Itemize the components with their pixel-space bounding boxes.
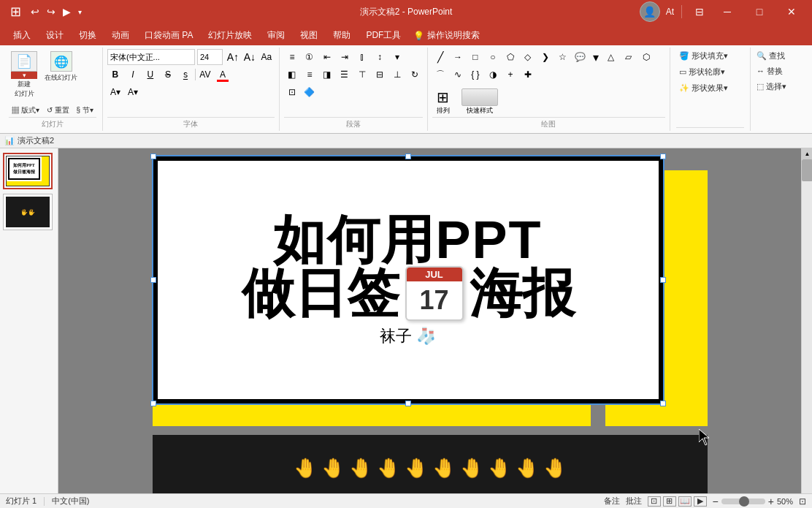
- tab-pdf[interactable]: PDF工具: [359, 26, 408, 45]
- comments-btn[interactable]: 批注: [626, 496, 642, 507]
- arrow-shape[interactable]: →: [450, 49, 466, 65]
- strikethrough-button[interactable]: S: [160, 67, 176, 83]
- select-btn[interactable]: ⬚ 选择▾: [754, 80, 806, 94]
- shape-effect-btn[interactable]: ✨ 形状效果▾: [676, 81, 744, 95]
- curve-shape[interactable]: ⌒: [432, 67, 448, 83]
- decrease-font-btn[interactable]: A↓: [242, 49, 258, 65]
- smartart-btn[interactable]: 🔷: [302, 84, 318, 100]
- zoom-out-btn[interactable]: −: [713, 496, 719, 507]
- align-left-btn[interactable]: ◧: [284, 67, 300, 83]
- tab-design[interactable]: 设计: [39, 26, 71, 45]
- shadow-button[interactable]: s̲: [177, 67, 194, 83]
- align-middle-btn[interactable]: ⊟: [372, 67, 388, 83]
- half-circle-shape[interactable]: ◑: [485, 67, 501, 83]
- line-shape[interactable]: ╱: [432, 49, 448, 65]
- zoom-handle[interactable]: [739, 496, 749, 507]
- scroll-up-btn[interactable]: ▲: [802, 148, 812, 159]
- down-arrow-icon[interactable]: ▾: [76, 7, 84, 18]
- new-slide-button[interactable]: 📄 ▾ 新建 幻灯片: [9, 49, 39, 101]
- tab-help[interactable]: 帮助: [326, 26, 358, 45]
- redo-icon[interactable]: ↪: [45, 4, 58, 19]
- align-right-btn[interactable]: ◨: [319, 67, 335, 83]
- search-bar[interactable]: 💡 操作说明搜索: [409, 26, 484, 45]
- shape-outline-btn[interactable]: ▭ 形状轮廓▾: [676, 65, 744, 79]
- clear-format-btn[interactable]: Aa: [258, 49, 275, 65]
- line-spacing-btn[interactable]: ↕: [372, 49, 388, 65]
- scroll-thumb[interactable]: [802, 159, 812, 181]
- cross-shape[interactable]: ✚: [520, 67, 536, 83]
- maximize-button[interactable]: □: [745, 1, 774, 22]
- bold-button[interactable]: B: [107, 67, 123, 83]
- more-shapes-btn[interactable]: ▾: [590, 49, 602, 65]
- circle-shape[interactable]: ○: [485, 49, 501, 65]
- align-bottom-btn[interactable]: ⊥: [389, 67, 405, 83]
- chevron-shape[interactable]: ❯: [537, 49, 554, 65]
- window-icon-btn[interactable]: ⊟: [689, 4, 710, 19]
- highlight-button[interactable]: A▾: [125, 84, 141, 100]
- bullet-list-btn[interactable]: ≡: [284, 49, 300, 65]
- slide-editor[interactable]: 如何用PPT 做日签 JUL 17 海报 袜子 🧦: [153, 156, 708, 426]
- cylinder-shape[interactable]: ⬡: [638, 49, 654, 65]
- arrange-button[interactable]: ⊞ 排列: [432, 87, 454, 117]
- wavy-shape[interactable]: ∿: [450, 67, 466, 83]
- undo-icon[interactable]: ↩: [28, 4, 42, 19]
- columns-btn2[interactable]: ⊡: [284, 84, 300, 100]
- tab-pa[interactable]: 口袋动画 PA: [137, 26, 200, 45]
- parallelogram-shape[interactable]: ▱: [621, 49, 637, 65]
- close-button[interactable]: ✕: [777, 1, 806, 22]
- italic-button[interactable]: I: [125, 67, 141, 83]
- underline-button[interactable]: U: [142, 67, 158, 83]
- slideshow-btn[interactable]: ▶: [694, 496, 707, 507]
- increase-font-btn[interactable]: A↑: [225, 49, 241, 65]
- tab-transition[interactable]: 切换: [72, 26, 104, 45]
- slide-sorter-btn[interactable]: ⊞: [663, 496, 676, 507]
- tab-slideshow[interactable]: 幻灯片放映: [201, 26, 259, 45]
- char-spacing-button[interactable]: AV: [197, 67, 213, 83]
- star-shape[interactable]: ☆: [555, 49, 571, 65]
- replace-btn[interactable]: ↔ 替换: [754, 64, 806, 78]
- diamond-shape[interactable]: ◇: [520, 49, 536, 65]
- user-avatar[interactable]: 👤: [640, 1, 660, 22]
- slide-1-thumbnail[interactable]: 如何用PPT 做日签海报: [3, 153, 53, 189]
- align-center-btn[interactable]: ≡: [302, 67, 318, 83]
- triangle-shape[interactable]: △: [603, 49, 619, 65]
- rect-shape[interactable]: □: [467, 49, 483, 65]
- tab-animation[interactable]: 动画: [104, 26, 137, 45]
- reset-button[interactable]: ↺ 重置: [44, 104, 72, 117]
- slide-content-box[interactable]: 如何用PPT 做日签 JUL 17 海报 袜子 🧦: [153, 156, 664, 404]
- reading-view-btn[interactable]: 📖: [678, 496, 692, 507]
- font-size-input[interactable]: [197, 49, 223, 65]
- zoom-slider[interactable]: [721, 498, 765, 504]
- layout-button[interactable]: ▦ 版式▾: [9, 104, 42, 117]
- plus-shape[interactable]: +: [502, 67, 518, 83]
- font-color-2-button[interactable]: A▾: [107, 84, 123, 100]
- more-para-btn[interactable]: ▾: [389, 49, 405, 65]
- justify-btn[interactable]: ☰: [337, 67, 353, 83]
- pentagon-shape[interactable]: ⬠: [502, 49, 518, 65]
- notes-btn[interactable]: 备注: [604, 496, 620, 507]
- font-name-input[interactable]: [107, 49, 195, 65]
- numbered-list-btn[interactable]: ①: [302, 49, 318, 65]
- bracket-shape[interactable]: { }: [467, 67, 483, 83]
- zoom-in-btn[interactable]: +: [768, 496, 774, 507]
- text-direction-btn[interactable]: ↻: [407, 67, 423, 83]
- align-top-btn[interactable]: ⊤: [354, 67, 370, 83]
- slide-2-thumbnail[interactable]: 🖐🖐: [3, 194, 53, 230]
- normal-view-btn[interactable]: ⊡: [648, 496, 661, 507]
- play-icon[interactable]: ▶: [61, 4, 73, 19]
- tab-insert[interactable]: 插入: [6, 26, 38, 45]
- callout-shape[interactable]: 💬: [572, 49, 589, 65]
- online-slides-button[interactable]: 🌐 在线幻灯片: [42, 49, 80, 85]
- quick-styles-button[interactable]: 快速样式: [457, 87, 502, 117]
- shape-fill-btn[interactable]: 🪣 形状填充▾: [676, 49, 744, 63]
- minimize-button[interactable]: ─: [713, 1, 742, 22]
- font-color-button[interactable]: A: [215, 67, 231, 83]
- increase-indent-btn[interactable]: ⇥: [337, 49, 353, 65]
- decrease-indent-btn[interactable]: ⇤: [319, 49, 335, 65]
- section-button[interactable]: § 节▾: [74, 104, 96, 117]
- cols-btn[interactable]: ⫿: [354, 49, 370, 65]
- find-btn[interactable]: 🔍 查找: [754, 49, 806, 63]
- tab-view[interactable]: 视图: [293, 26, 325, 45]
- fit-slide-btn[interactable]: ⊡: [799, 496, 806, 507]
- tab-review[interactable]: 审阅: [260, 26, 292, 45]
